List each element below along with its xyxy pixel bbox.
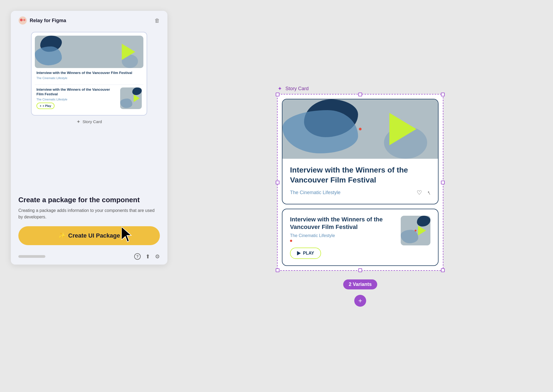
selection-label-text: Story Card (285, 86, 309, 92)
handle-mr (441, 181, 445, 184)
card-image-large (35, 36, 143, 68)
app-title: Relay for Figma (30, 18, 66, 23)
thumb-blob-blue (120, 99, 132, 108)
horiz-card-content: Interview with the Winners of the Vancou… (290, 216, 395, 243)
header-brand: Relay for Figma (18, 16, 66, 25)
card-title-full: Interview with the Winners of the Vancou… (290, 165, 430, 185)
thumb-blob-blue-full (401, 230, 418, 243)
svg-point-1 (20, 19, 23, 21)
relay-logo (18, 16, 27, 25)
thumb-play-triangle (134, 94, 140, 102)
card-title-horiz-full: Interview with the Winners of the Vancou… (290, 216, 395, 231)
play-label-small: + Play (42, 104, 51, 107)
handle-tm (358, 93, 362, 96)
thumb-blob-dark (132, 87, 142, 95)
card-image-full (282, 99, 438, 159)
status-dot (290, 240, 292, 242)
card-channel-full: The Cinematic Lifestyle (290, 190, 340, 195)
wand-icon: ✨ (58, 232, 66, 239)
footer-icons: ? ⬆ ⚙ (134, 253, 160, 260)
handle-tr (441, 93, 445, 96)
card-channel-horiz: The Cinematic Lifestyle (36, 98, 117, 101)
component-label-text: Story Card (83, 119, 102, 124)
play-triangle-btn (297, 251, 301, 255)
thumb-center-dot (415, 229, 417, 231)
create-btn-label: Create UI Package (68, 232, 120, 239)
delete-icon[interactable]: 🗑 (154, 18, 160, 24)
full-blob-blue (282, 110, 358, 153)
handle-tl (276, 93, 279, 96)
card-title-horiz: Interview with the Winners of the Vancou… (36, 87, 117, 97)
horiz-card-top: Interview with the Winners of the Vancou… (290, 216, 430, 245)
variants-badge: 2 Variants (343, 279, 377, 289)
selection-box: Interview with the Winners of the Vancou… (277, 94, 443, 271)
handle-bl (276, 268, 279, 272)
thumb-play-triangle-full (418, 226, 426, 235)
component-preview: Interview with the Winners of the Vancou… (31, 32, 147, 116)
help-icon[interactable]: ? (134, 253, 141, 260)
create-desc: Creating a package adds information to y… (18, 207, 160, 220)
component-label: ✦ Story Card (76, 119, 102, 125)
create-title: Create a package for the component (18, 195, 160, 205)
card-variant-large: Interview with the Winners of the Vancou… (35, 36, 143, 81)
right-content: ✦ Story Card In (277, 85, 443, 307)
plus-icon: + (40, 104, 41, 107)
card-thumb-horiz-full (401, 216, 430, 245)
card-actions: ♡ ↑ (417, 189, 430, 196)
diamond-icon: ✦ (278, 85, 282, 92)
card-h-content: Interview with the Winners of the Vancou… (36, 87, 117, 109)
sparkle-icon: ✦ (76, 119, 80, 125)
play-button-small[interactable]: + + Play (36, 103, 55, 109)
card-content-large: Interview with the Winners of the Vancou… (35, 68, 143, 81)
left-panel: Relay for Figma 🗑 Interview with the Win… (11, 11, 167, 265)
handle-br (441, 268, 445, 272)
left-footer: ? ⬆ ⚙ (11, 251, 167, 265)
card-title-large: Interview with the Winners of the Vancou… (36, 71, 142, 75)
svg-point-0 (19, 16, 27, 25)
handle-bm (358, 268, 362, 272)
bottom-section: Create a package for the component Creat… (11, 195, 167, 251)
like-icon[interactable]: ♡ (417, 189, 422, 196)
center-dot (359, 128, 362, 130)
card-meta-full: The Cinematic Lifestyle ♡ ↑ (290, 189, 430, 196)
settings-icon[interactable]: ⚙ (155, 253, 160, 260)
play-button-full[interactable]: PLAY (290, 248, 321, 259)
right-panel: ✦ Story Card In (167, 0, 553, 392)
share-icon[interactable]: ⬆ (146, 253, 150, 260)
svg-point-2 (23, 19, 25, 21)
scroll-indicator (18, 255, 45, 258)
card-body-full: Interview with the Winners of the Vancou… (282, 159, 438, 204)
selection-label: ✦ Story Card (278, 85, 309, 92)
full-play-triangle (389, 113, 416, 145)
handle-ml (276, 181, 279, 184)
card-variant-horizontal: Interview with the Winners of the Vancou… (35, 85, 143, 112)
card-full-variant-1: Interview with the Winners of the Vancou… (282, 99, 439, 204)
add-variant-button[interactable]: + (354, 295, 366, 307)
play-triangle-icon (122, 44, 135, 60)
preview-area: Interview with the Winners of the Vancou… (11, 29, 167, 195)
thumb-blob-dark-full (417, 216, 430, 227)
card-thumb-horiz (120, 87, 142, 109)
card-full-variant-2: Interview with the Winners of the Vancou… (282, 209, 439, 266)
play-label-full: PLAY (303, 251, 314, 256)
variants-section: 2 Variants + (343, 275, 377, 307)
blob-blue (35, 46, 62, 65)
share-action-icon[interactable]: ↑ (426, 189, 432, 197)
card-channel-large: The Cinematic Lifestyle (36, 76, 142, 80)
card-channel-horiz-full: The Cinematic Lifestyle (290, 233, 395, 238)
create-ui-package-button[interactable]: ✨ Create UI Package (18, 226, 160, 245)
left-header: Relay for Figma 🗑 (11, 11, 167, 29)
